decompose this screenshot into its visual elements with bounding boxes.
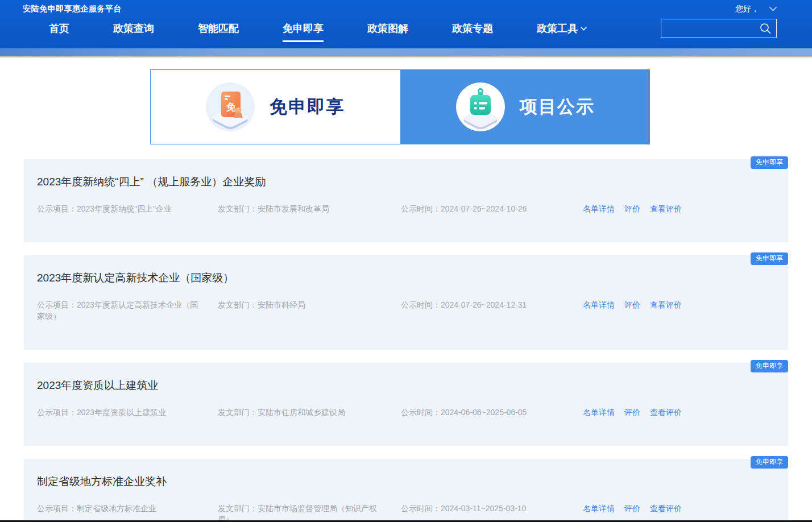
nav-item-首页[interactable]: 首页 xyxy=(49,22,69,40)
svg-text:免: 免 xyxy=(226,102,237,113)
project-field: 公示项目：2023年度新纳统"四上"企业 xyxy=(37,203,205,214)
project-field-label: 公示项目： xyxy=(37,408,77,417)
nav-item-政策查询[interactable]: 政策查询 xyxy=(113,22,154,40)
time-field-label: 公示时间： xyxy=(401,204,441,213)
department-field-value: 安陆市发展和改革局 xyxy=(258,204,329,213)
nav-item-政策图解[interactable]: 政策图解 xyxy=(367,22,408,40)
header-decor-band xyxy=(0,48,812,57)
tab-label: 免申即享 xyxy=(270,95,345,119)
nav-item-label: 智能匹配 xyxy=(198,22,239,35)
project-publicity-icon xyxy=(456,82,505,131)
evaluate-link[interactable]: 评价 xyxy=(624,203,640,214)
chevron-down-icon[interactable] xyxy=(769,7,777,11)
nav-item-智能匹配[interactable]: 智能匹配 xyxy=(198,22,239,40)
project-card: 免申即享 2023年度资质以上建筑业 公示项目：2023年度资质以上建筑业 发文… xyxy=(24,363,788,446)
section-tabs: 免 免申即享 xyxy=(150,69,650,144)
card-actions: 名单详情评价查看评价 xyxy=(583,299,682,310)
project-meta: 公示项目：2023年度资质以上建筑业 发文部门：安陆市住房和城乡建设局 公示时间… xyxy=(37,407,775,418)
list-detail-link[interactable]: 名单详情 xyxy=(583,503,615,514)
project-field: 公示项目：2023年度资质以上建筑业 xyxy=(37,407,205,418)
list-detail-link[interactable]: 名单详情 xyxy=(583,407,615,418)
time-field: 公示时间：2024-07-26~2024-10-26 xyxy=(401,203,550,214)
top-header: 安陆免申即享惠企服务平台 您好， 首页 政策查询 智能匹配 免申即享 政策图解 … xyxy=(0,0,812,48)
time-field-label: 公示时间： xyxy=(401,300,441,309)
project-list: 免申即享 2023年度新纳统“四上” （规上服务业）企业奖励 公示项目：2023… xyxy=(24,159,788,522)
department-field-value: 安陆市住房和城乡建设局 xyxy=(258,408,345,417)
greeting-text: 您好， xyxy=(735,4,759,14)
project-meta: 公示项目：制定省级地方标准企业 发文部门：安陆市市场监督管理局（知识产权局） 公… xyxy=(37,503,775,522)
department-field-label: 发文部门： xyxy=(218,300,258,309)
card-actions: 名单详情评价查看评价 xyxy=(583,203,682,214)
department-field-label: 发文部门： xyxy=(218,204,258,213)
time-field-value: 2024-03-11~2025-03-10 xyxy=(441,504,526,513)
nav-item-政策专题[interactable]: 政策专题 xyxy=(452,22,493,40)
view-evaluation-link[interactable]: 查看评价 xyxy=(650,299,682,310)
card-actions: 名单详情评价查看评价 xyxy=(583,503,682,514)
project-card: 免申即享 2023年度新纳统“四上” （规上服务业）企业奖励 公示项目：2023… xyxy=(24,159,788,242)
list-detail-link[interactable]: 名单详情 xyxy=(583,203,615,214)
time-field-label: 公示时间： xyxy=(401,504,441,513)
project-field-label: 公示项目： xyxy=(37,504,77,513)
status-badge: 免申即享 xyxy=(751,360,788,372)
nav-item-label: 政策专题 xyxy=(452,22,493,35)
site-title: 安陆免申即享惠企服务平台 xyxy=(23,4,122,14)
project-title: 制定省级地方标准企业奖补 xyxy=(37,474,775,489)
department-field-value: 安陆市科经局 xyxy=(258,300,305,309)
project-title: 2023年度新纳统“四上” （规上服务业）企业奖励 xyxy=(37,175,775,189)
time-field-value: 2024-07-26~2024-10-26 xyxy=(441,204,527,213)
time-field: 公示时间：2024-07-26~2024-12-31 xyxy=(401,299,550,310)
search-input[interactable] xyxy=(661,24,759,33)
department-field: 发文部门：安陆市市场监督管理局（知识产权局） xyxy=(218,503,382,522)
status-badge: 免申即享 xyxy=(751,252,788,265)
department-field: 发文部门：安陆市发展和改革局 xyxy=(218,203,382,214)
department-field-label: 发文部门： xyxy=(218,408,258,417)
project-field-value: 2023年度新纳统"四上"企业 xyxy=(77,204,172,213)
view-evaluation-link[interactable]: 查看评价 xyxy=(650,503,682,514)
project-meta: 公示项目：2023年度新认定高新技术企业（国家级） 发文部门：安陆市科经局 公示… xyxy=(37,299,775,322)
project-field-label: 公示项目： xyxy=(37,204,77,213)
project-meta: 公示项目：2023年度新纳统"四上"企业 发文部门：安陆市发展和改革局 公示时间… xyxy=(37,203,775,214)
nav-item-label: 免申即享 xyxy=(283,22,324,35)
nav-item-政策工具[interactable]: 政策工具 xyxy=(537,22,587,40)
time-field: 公示时间：2024-03-11~2025-03-10 xyxy=(401,503,550,514)
time-field-label: 公示时间： xyxy=(401,408,441,417)
time-field-value: 2024-06-06~2025-06-05 xyxy=(441,408,527,417)
chevron-down-icon xyxy=(581,27,587,31)
tab-label: 项目公示 xyxy=(520,95,595,119)
project-card: 免申即享 2023年度新认定高新技术企业（国家级） 公示项目：2023年度新认定… xyxy=(24,255,788,350)
list-detail-link[interactable]: 名单详情 xyxy=(583,299,615,310)
project-card: 免申即享 制定省级地方标准企业奖补 公示项目：制定省级地方标准企业 发文部门：安… xyxy=(24,459,788,522)
nav-item-label: 政策工具 xyxy=(537,22,578,35)
time-field: 公示时间：2024-06-06~2025-06-05 xyxy=(401,407,550,418)
project-title: 2023年度资质以上建筑业 xyxy=(37,378,775,393)
project-title: 2023年度新认定高新技术企业（国家级） xyxy=(37,271,775,285)
user-greeting[interactable]: 您好， xyxy=(735,4,777,14)
project-field: 公示项目：制定省级地方标准企业 xyxy=(37,503,205,514)
main-nav: 首页 政策查询 智能匹配 免申即享 政策图解 政策专题 政策工具 xyxy=(49,22,587,42)
card-actions: 名单详情评价查看评价 xyxy=(583,407,682,418)
nav-item-label: 政策图解 xyxy=(367,22,408,35)
department-field-label: 发文部门： xyxy=(218,504,258,513)
view-evaluation-link[interactable]: 查看评价 xyxy=(650,203,682,214)
search-icon[interactable] xyxy=(759,22,772,35)
search-box[interactable] xyxy=(661,19,777,38)
status-badge: 免申即享 xyxy=(751,156,788,169)
time-field-value: 2024-07-26~2024-12-31 xyxy=(441,300,527,309)
evaluate-link[interactable]: 评价 xyxy=(624,299,640,310)
project-field-value: 制定省级地方标准企业 xyxy=(77,504,156,513)
nav-item-label: 政策查询 xyxy=(113,22,154,35)
evaluate-link[interactable]: 评价 xyxy=(624,503,640,514)
evaluate-link[interactable]: 评价 xyxy=(624,407,640,418)
department-field: 发文部门：安陆市住房和城乡建设局 xyxy=(218,407,382,418)
tab-mianshenjixiang[interactable]: 免 免申即享 xyxy=(150,69,401,144)
project-field-value: 2023年度资质以上建筑业 xyxy=(77,408,166,417)
nav-item-label: 首页 xyxy=(49,22,69,35)
project-field-label: 公示项目： xyxy=(37,300,77,309)
nav-item-免申即享[interactable]: 免申即享 xyxy=(283,22,324,42)
project-field: 公示项目：2023年度新认定高新技术企业（国家级） xyxy=(37,299,205,322)
tab-xiangmugongshi[interactable]: 项目公示 xyxy=(401,69,651,144)
department-field: 发文部门：安陆市科经局 xyxy=(218,299,382,310)
status-badge: 免申即享 xyxy=(751,456,788,469)
exemption-certificate-icon: 免 xyxy=(206,82,255,131)
view-evaluation-link[interactable]: 查看评价 xyxy=(650,407,682,418)
